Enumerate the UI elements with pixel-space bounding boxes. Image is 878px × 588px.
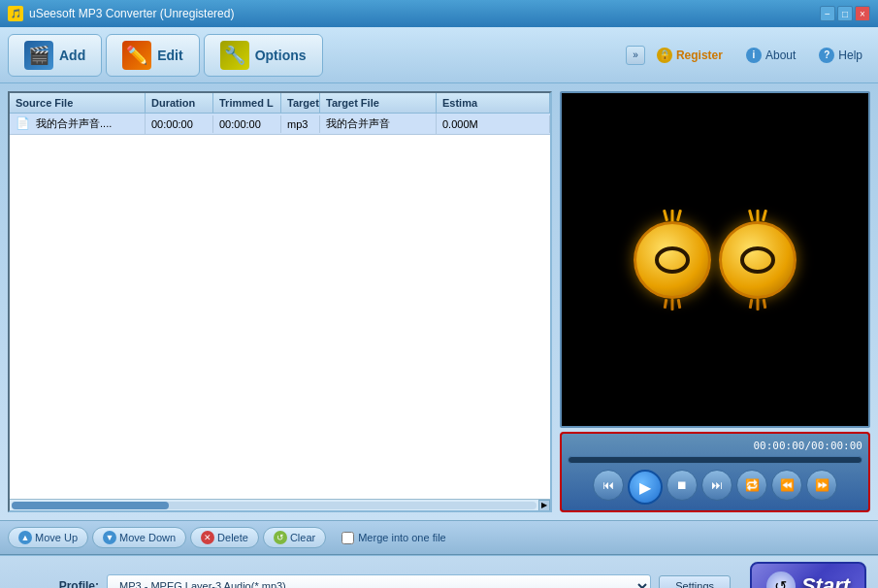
edit-button[interactable]: ✏️ Edit: [106, 34, 199, 77]
start-button[interactable]: ↺ Start: [750, 562, 866, 588]
move-down-icon: ▼: [103, 531, 116, 544]
target-file-value: 我的合并声音: [326, 117, 390, 129]
register-label: Register: [676, 49, 723, 62]
options-icon: 🔧: [220, 41, 249, 70]
add-label: Add: [59, 48, 85, 63]
video-preview: [560, 91, 870, 428]
merge-text: Merge into one file: [358, 532, 446, 543]
col-target-file-header: Target File: [320, 93, 437, 113]
right-spikes-bottom: [750, 299, 766, 310]
start-icon: ↺: [766, 572, 796, 588]
move-up-icon: ▲: [18, 531, 32, 544]
target-file-cell: 我的合并声音: [320, 114, 437, 134]
scrollbar-thumb[interactable]: [12, 502, 169, 509]
about-label: About: [765, 49, 796, 62]
clip-start-button[interactable]: ⏪: [771, 470, 802, 501]
clear-label: Clear: [290, 532, 315, 543]
help-icon: ?: [819, 48, 834, 63]
register-button[interactable]: 🔒 Register: [649, 45, 731, 66]
scroll-right-button[interactable]: ▶: [538, 500, 550, 511]
horizontal-scrollbar[interactable]: ▶: [10, 499, 550, 510]
expand-button[interactable]: »: [626, 46, 645, 65]
add-button[interactable]: 🎬 Add: [8, 34, 102, 77]
title-bar: 🎵 uSeesoft MP3 Converter (Unregistered) …: [0, 0, 878, 27]
clip-end-button[interactable]: ⏩: [806, 470, 837, 501]
loop-button[interactable]: 🔁: [736, 470, 767, 501]
merge-checkbox[interactable]: [341, 532, 354, 544]
options-button[interactable]: 🔧 Options: [204, 34, 323, 77]
edit-icon: ✏️: [122, 41, 151, 70]
source-cell: 📄 我的合并声音....: [10, 114, 146, 134]
move-up-label: Move Up: [35, 532, 78, 543]
profile-row: Profile: MP3 - MPEG Layer-3 Audio(*.mp3)…: [12, 562, 866, 588]
fast-forward-button[interactable]: ⏭: [701, 470, 732, 501]
target-format-cell: mp3: [281, 115, 320, 133]
main-toolbar: 🎬 Add ✏️ Edit 🔧 Options » 🔒 Register i A…: [0, 27, 878, 83]
minimize-button[interactable]: −: [820, 6, 835, 21]
estimate-cell: 0.000M: [437, 115, 550, 133]
about-button[interactable]: i About: [738, 45, 803, 66]
clear-icon: ↺: [274, 531, 287, 544]
col-duration-header: Duration: [146, 93, 213, 113]
eye-shape-left: [634, 221, 711, 299]
scrollbar-track: [12, 502, 537, 509]
time-display: 00:00:00/00:00:00: [568, 440, 862, 452]
settings-button[interactable]: Settings: [659, 575, 731, 588]
stop-button[interactable]: ⏹: [667, 470, 698, 501]
rewind-button[interactable]: ⏮: [593, 470, 624, 501]
edit-label: Edit: [157, 48, 182, 63]
help-button[interactable]: ? Help: [811, 45, 870, 66]
trimmed-cell: 00:00:00: [213, 115, 281, 133]
delete-label: Delete: [217, 532, 248, 543]
player-controls: 00:00:00/00:00:00 ⏮ ▶ ⏹ ⏭ 🔁 ⏪ ⏩: [560, 432, 870, 512]
col-source-header: Source File: [10, 93, 146, 113]
profile-select[interactable]: MP3 - MPEG Layer-3 Audio(*.mp3): [107, 574, 651, 588]
move-up-button[interactable]: ▲ Move Up: [8, 527, 88, 548]
eye-inner-right: [740, 246, 775, 274]
main-content: Source File Duration Trimmed L Target F …: [0, 83, 878, 520]
app-title: uSeesoft MP3 Converter (Unregistered): [29, 7, 234, 20]
estimate-value: 0.000M: [442, 118, 478, 130]
target-format-value: mp3: [287, 118, 308, 130]
delete-icon: ✕: [201, 531, 214, 544]
left-eye: [634, 221, 711, 299]
source-value: 我的合并声音....: [36, 117, 112, 129]
bottom-toolbar: ▲ Move Up ▼ Move Down ✕ Delete ↺ Clear M…: [0, 520, 878, 555]
register-icon: 🔒: [657, 48, 672, 63]
file-list-panel: Source File Duration Trimmed L Target F …: [8, 91, 552, 512]
right-eye: [719, 221, 797, 299]
trimmed-value: 00:00:00: [219, 118, 261, 130]
table-row[interactable]: 📄 我的合并声音.... 00:00:00 00:00:00 mp3 我的合并声…: [10, 114, 550, 135]
add-icon: 🎬: [24, 41, 53, 70]
close-button[interactable]: ×: [855, 6, 870, 21]
maximize-button[interactable]: □: [837, 6, 853, 21]
delete-button[interactable]: ✕ Delete: [190, 527, 259, 548]
eye-inner-left: [655, 246, 690, 274]
eye-shape-right: [719, 221, 797, 299]
duration-cell: 00:00:00: [146, 115, 213, 133]
preview-panel: 00:00:00/00:00:00 ⏮ ▶ ⏹ ⏭ 🔁 ⏪ ⏩: [560, 91, 870, 512]
about-icon: i: [746, 48, 762, 63]
clear-button[interactable]: ↺ Clear: [263, 527, 326, 548]
player-buttons: ⏮ ▶ ⏹ ⏭ 🔁 ⏪ ⏩: [568, 470, 862, 505]
col-trimmed-header: Trimmed L: [213, 93, 281, 113]
col-estimate-header: Estima: [437, 93, 550, 113]
start-label: Start: [801, 573, 850, 588]
duration-value: 00:00:00: [151, 118, 193, 130]
file-list-header: Source File Duration Trimmed L Target F …: [10, 93, 550, 114]
profile-label: Profile:: [12, 579, 99, 588]
file-list-body[interactable]: 📄 我的合并声音.... 00:00:00 00:00:00 mp3 我的合并声…: [10, 114, 550, 499]
merge-label[interactable]: Merge into one file: [341, 532, 446, 544]
move-down-button[interactable]: ▼ Move Down: [92, 527, 186, 548]
progress-bar[interactable]: [568, 456, 862, 464]
file-icon: 📄: [16, 116, 30, 130]
options-label: Options: [255, 48, 307, 63]
app-icon: 🎵: [8, 6, 23, 21]
video-logo: [634, 221, 797, 299]
play-button[interactable]: ▶: [628, 470, 663, 505]
move-down-label: Move Down: [119, 532, 176, 543]
footer: Profile: MP3 - MPEG Layer-3 Audio(*.mp3)…: [0, 555, 878, 588]
left-spikes-bottom: [665, 299, 681, 310]
col-target-format-header: Target F: [281, 93, 320, 113]
help-label: Help: [838, 49, 862, 62]
